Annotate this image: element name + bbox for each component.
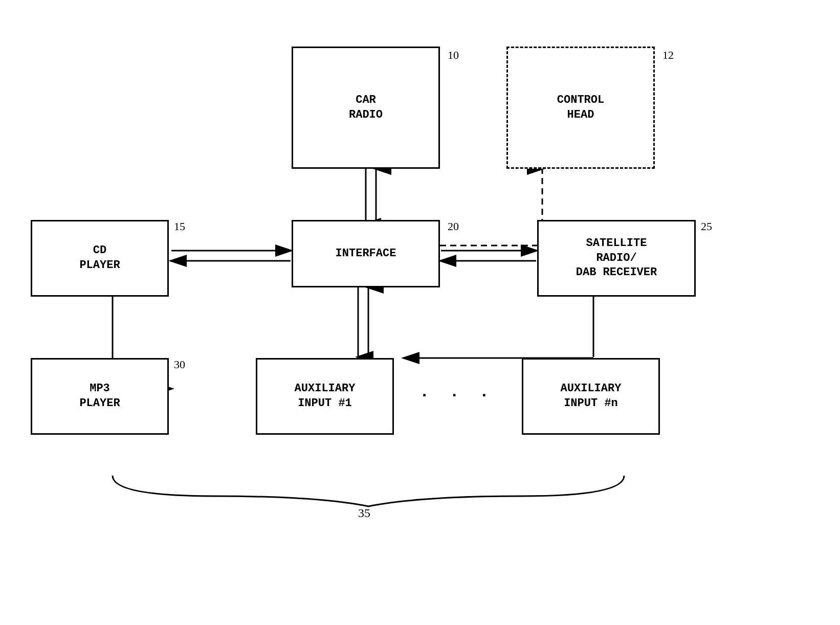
aux1-block: AUXILIARYINPUT #1: [256, 358, 394, 435]
car-radio-block: CARRADIO: [292, 47, 440, 169]
satellite-ref: 25: [701, 220, 712, 233]
car-radio-label: CARRADIO: [349, 93, 383, 122]
cd-player-block: CDPLAYER: [31, 220, 169, 297]
control-head-ref: 12: [662, 49, 674, 62]
satellite-label: SATELLITERADIO/DAB RECEIVER: [576, 236, 657, 280]
interface-ref: 20: [448, 220, 459, 233]
mp3-player-ref: 30: [174, 358, 185, 371]
aux1-label: AUXILIARYINPUT #1: [295, 382, 356, 411]
auxn-label: AUXILIARYINPUT #n: [561, 382, 622, 411]
control-head-label: CONTROLHEAD: [557, 93, 604, 122]
mp3-player-label: MP3PLAYER: [79, 382, 120, 411]
diagram: CARRADIO 10 CONTROLHEAD 12 INTERFACE 20 …: [0, 0, 840, 625]
mp3-player-block: MP3PLAYER: [31, 358, 169, 435]
car-radio-ref: 10: [448, 49, 459, 62]
cd-player-ref: 15: [174, 220, 185, 233]
ellipsis: . . .: [419, 383, 494, 401]
control-head-block: CONTROLHEAD: [506, 47, 655, 169]
brace-ref-label: 35: [358, 506, 370, 520]
satellite-block: SATELLITERADIO/DAB RECEIVER: [537, 220, 696, 297]
interface-block: INTERFACE: [292, 220, 440, 287]
auxn-block: AUXILIARYINPUT #n: [522, 358, 660, 435]
cd-player-label: CDPLAYER: [79, 243, 120, 273]
interface-label: INTERFACE: [336, 247, 396, 261]
